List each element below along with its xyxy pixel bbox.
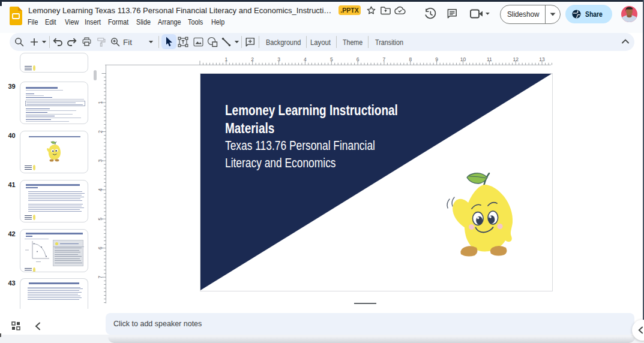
svg-text:6: 6	[357, 57, 360, 62]
svg-text:7: 7	[383, 57, 386, 62]
svg-text:5: 5	[97, 218, 103, 221]
svg-text:12: 12	[513, 57, 519, 62]
svg-text:4: 4	[304, 57, 307, 62]
svg-text:3: 3	[277, 57, 280, 62]
svg-text:3: 3	[97, 159, 103, 162]
svg-text:10: 10	[460, 57, 466, 62]
svg-text:5: 5	[330, 57, 333, 62]
svg-text:9: 9	[435, 57, 438, 62]
svg-text:6: 6	[97, 246, 103, 249]
svg-text:2: 2	[97, 130, 103, 133]
svg-text:11: 11	[487, 57, 492, 62]
svg-text:1: 1	[97, 101, 103, 104]
svg-text:1: 1	[224, 57, 227, 62]
svg-text:13: 13	[539, 57, 545, 62]
svg-text:4: 4	[97, 188, 103, 191]
svg-text:7: 7	[97, 276, 103, 279]
svg-text:8: 8	[409, 57, 412, 62]
svg-text:2: 2	[251, 57, 254, 62]
